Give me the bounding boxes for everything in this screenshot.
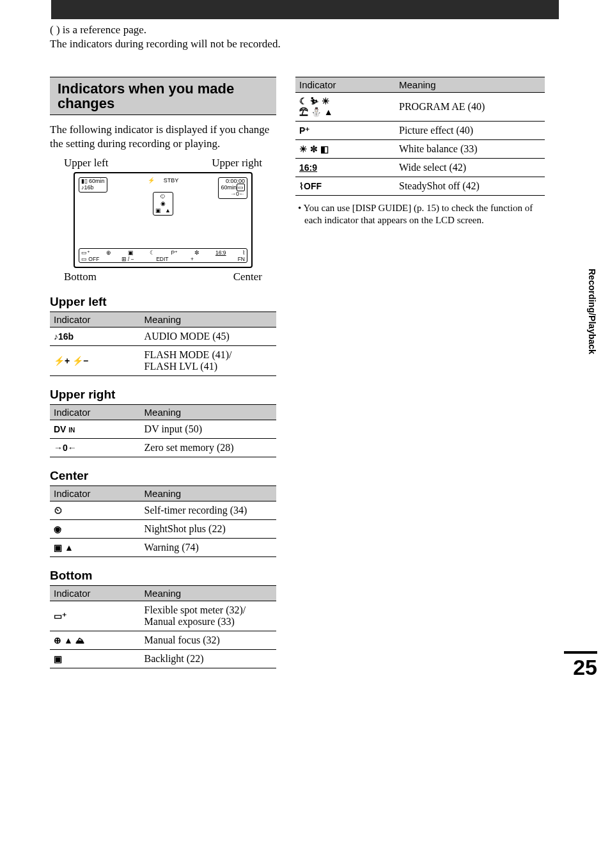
vf-upper-right-group: 0:00:00 60min▭ →0←	[218, 177, 247, 199]
section-head-upper-right: Upper right	[50, 388, 276, 402]
section-head-center: Center	[50, 469, 276, 483]
th-indicator: Indicator	[50, 312, 141, 327]
banner-explain: The following indicator is displayed if …	[50, 123, 276, 150]
table-row: DV IN DV input (50)	[50, 420, 276, 438]
table-bottom-right: Indicator Meaning ☾ ⛷ ☀ ⛱ ⛄ ▲ PROGRAM AE…	[295, 77, 545, 196]
table-center: Indicator Meaning ⏲ Self-timer recording…	[50, 485, 276, 557]
th-meaning: Meaning	[395, 77, 545, 93]
label-bottom: Bottom	[64, 271, 97, 283]
section-head-bottom: Bottom	[50, 569, 276, 583]
table-upper-left: Indicator Meaning ♪16b AUDIO MODE (45) ⚡…	[50, 312, 276, 376]
diagram-top-labels: Upper left Upper right	[64, 157, 262, 170]
intro-text: ( ) is a reference page. The indicators …	[50, 23, 559, 51]
table-row: ▣ ▲ Warning (74)	[50, 538, 276, 556]
th-indicator: Indicator	[295, 77, 395, 93]
side-tab-label: Recording/Playback	[587, 269, 597, 354]
th-indicator: Indicator	[50, 585, 141, 601]
section-banner: Indicators when you made changes	[50, 77, 276, 115]
intro-line-1: ( ) is a reference page.	[50, 23, 559, 37]
table-row: ☀ ✼ ◧ White balance (33)	[295, 139, 545, 158]
th-indicator: Indicator	[50, 404, 141, 420]
th-meaning: Meaning	[141, 404, 276, 420]
table-row: ♪16b AUDIO MODE (45)	[50, 327, 276, 345]
disp-guide-note: • You can use [DISP GUIDE] (p. 15) to ch…	[295, 202, 545, 226]
table-row: ⌇OFF SteadyShot off (42)	[295, 177, 545, 195]
table-row: ◉ NightShot plus (22)	[50, 519, 276, 538]
table-upper-right: Indicator Meaning DV IN DV input (50) →0…	[50, 404, 276, 457]
th-indicator: Indicator	[50, 485, 141, 501]
table-row: ▣ Backlight (22)	[50, 649, 276, 668]
label-center: Center	[233, 271, 262, 283]
page-number: 25	[564, 651, 597, 680]
vf-top-center: ⚡ STBY	[148, 177, 179, 184]
table-row: P⁺ Picture effect (40)	[295, 121, 545, 139]
intro-line-2: The indicators during recording will not…	[50, 37, 559, 51]
top-dark-bar	[51, 0, 559, 19]
vf-center-group: ⏲ ◉ ▣ ▲	[153, 192, 173, 216]
table-row: ⚡+ ⚡− FLASH MODE (41)/ FLASH LVL (41)	[50, 345, 276, 375]
table-row: ☾ ⛷ ☀ ⛱ ⛄ ▲ PROGRAM AE (40)	[295, 93, 545, 122]
cassette-icon: ▭	[237, 184, 245, 191]
diagram-bottom-labels: Bottom Center	[64, 271, 262, 283]
table-row: 16:9 Wide select (42)	[295, 158, 545, 177]
vf-upper-left-group: ▮▯60min ♪16b	[79, 177, 107, 193]
section-head-upper-left: Upper left	[50, 295, 276, 309]
table-row: ⊕ ▲ ⛰ Manual focus (32)	[50, 631, 276, 649]
vf-bottom-group: ▭⁺ ⊕ ▣ ☾ P⁺ ✼ 16:9 ⌇ ▭ OFF ⊞ / − E	[79, 248, 247, 263]
label-upper-left: Upper left	[64, 157, 108, 170]
label-upper-right: Upper right	[212, 157, 262, 170]
table-row: ⏲ Self-timer recording (34)	[50, 501, 276, 519]
banner-text: Indicators when you made changes	[58, 81, 270, 111]
th-meaning: Meaning	[141, 485, 276, 501]
viewfinder-diagram: ▮▯60min ♪16b ⚡ STBY 0:00:00 60min▭ →0← ⏲	[74, 172, 253, 268]
th-meaning: Meaning	[141, 312, 276, 327]
table-bottom: Indicator Meaning ▭⁺ Flexible spot meter…	[50, 585, 276, 668]
table-row: →0← Zero set memory (28)	[50, 438, 276, 457]
th-meaning: Meaning	[141, 585, 276, 601]
table-row: ▭⁺ Flexible spot meter (32)/ Manual expo…	[50, 601, 276, 631]
